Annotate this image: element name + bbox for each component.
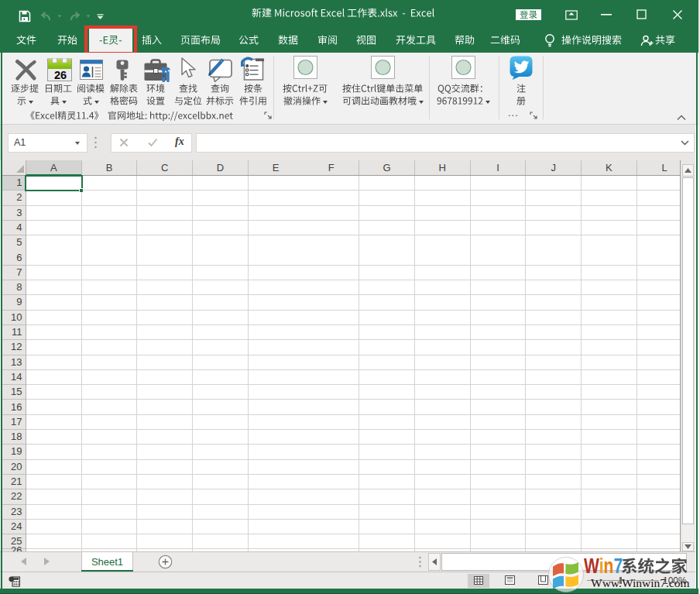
svg-text:26: 26 (54, 69, 67, 81)
